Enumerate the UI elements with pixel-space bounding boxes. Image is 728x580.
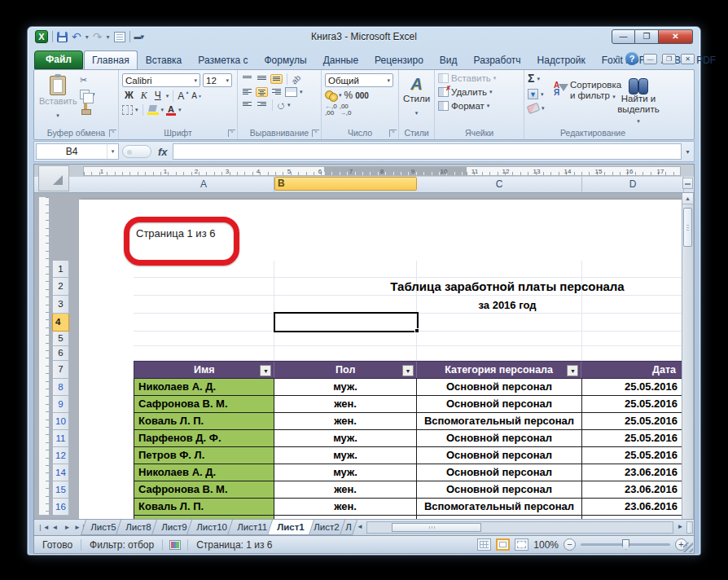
align-center-icon[interactable] xyxy=(256,87,268,97)
minimize-ribbon-icon[interactable]: ⌃ xyxy=(614,55,621,63)
filter-button[interactable]: ▼ xyxy=(402,365,414,376)
insert-cells-button[interactable]: Вставить▾ xyxy=(438,73,520,83)
fill-color-icon[interactable] xyxy=(147,105,159,115)
font-dialog-launcher-icon[interactable] xyxy=(228,130,235,137)
cell-date[interactable]: 25.05.2016 xyxy=(582,396,684,412)
cell-gender[interactable]: жен. xyxy=(274,413,417,429)
underline-button[interactable]: Ч xyxy=(152,90,164,102)
scroll-up-icon[interactable]: ▲ xyxy=(682,193,693,204)
macro-record-icon[interactable] xyxy=(169,540,181,550)
doc-restore-button[interactable]: ❐ xyxy=(662,54,676,64)
cell-gender[interactable]: жен. xyxy=(274,481,417,498)
decrease-indent-icon[interactable] xyxy=(241,100,253,110)
resize-grip[interactable] xyxy=(683,543,693,552)
zoom-slider[interactable] xyxy=(581,543,670,546)
delete-cells-button[interactable]: ✗ Удалить▾ xyxy=(438,87,520,97)
shrink-font-button[interactable]: А xyxy=(191,91,202,100)
vertical-scroll-thumb[interactable] xyxy=(683,208,692,247)
tab-review[interactable]: Рецензиро xyxy=(366,51,432,69)
cell-category[interactable]: Основной персонал xyxy=(417,430,582,446)
cell-category[interactable]: Основной персонал xyxy=(417,379,582,395)
cell[interactable] xyxy=(582,332,684,346)
grow-font-button[interactable]: А xyxy=(178,90,189,102)
tab-formulas[interactable]: Формулы xyxy=(257,51,315,69)
insert-function-icon[interactable]: fx xyxy=(158,146,168,158)
split-handle[interactable] xyxy=(682,178,693,189)
cell-styles-button[interactable]: А Стили ▾ xyxy=(399,75,434,118)
maximize-button[interactable]: ❐ xyxy=(635,29,659,44)
row-header-10[interactable]: 10 xyxy=(52,413,69,430)
cell-name[interactable]: Парфенов Д. Ф. xyxy=(134,430,274,446)
cell-category[interactable]: Основной персонал xyxy=(417,464,582,481)
first-sheet-icon[interactable]: ❘◄ xyxy=(37,524,48,531)
increase-indent-icon[interactable] xyxy=(256,100,268,110)
formula-input[interactable] xyxy=(173,143,682,160)
cell-name[interactable]: Николаев А. Д. xyxy=(134,379,274,395)
merge-center-icon[interactable] xyxy=(285,87,297,97)
select-all-corner[interactable] xyxy=(38,165,69,191)
normal-view-icon[interactable] xyxy=(477,538,491,551)
cell[interactable] xyxy=(417,332,582,346)
row-header-4[interactable]: 4 xyxy=(52,314,69,332)
format-cells-button[interactable]: Формат▾ xyxy=(438,101,520,111)
cell-name[interactable]: Сафронова В. М. xyxy=(134,481,274,498)
align-right-icon[interactable] xyxy=(270,87,283,97)
autosum-button[interactable]: Σ▾ xyxy=(528,73,552,84)
wrap-text-icon[interactable]: ⭯ xyxy=(277,101,285,110)
tab-home[interactable]: Главная xyxy=(84,51,138,69)
doc-close-button[interactable]: ✕ xyxy=(681,54,695,64)
wrap-dropdown-icon[interactable]: ▾ xyxy=(287,102,291,108)
cell[interactable] xyxy=(582,346,684,361)
vertical-scrollbar[interactable]: ▲ xyxy=(682,193,693,519)
cell-date[interactable]: 25.05.2016 xyxy=(582,413,684,429)
fill-color-dropdown-icon[interactable]: ▾ xyxy=(161,107,164,113)
row-header-15[interactable]: 15 xyxy=(52,481,69,499)
borders-dropdown-icon[interactable]: ▾ xyxy=(135,107,138,113)
cell-category[interactable]: Основной персонал xyxy=(417,481,582,498)
cell-date[interactable]: 25.05.2016 xyxy=(582,447,684,464)
underline-dropdown-icon[interactable]: ▾ xyxy=(166,93,169,99)
paste-dropdown-icon[interactable]: ▾ xyxy=(56,112,59,118)
clipboard-dialog-launcher-icon[interactable] xyxy=(109,130,116,137)
column-header-b[interactable]: B xyxy=(274,177,417,191)
row-header-12[interactable]: 12 xyxy=(52,447,69,464)
doc-minimize-button[interactable]: — xyxy=(643,54,657,64)
zoom-slider-thumb[interactable] xyxy=(622,539,629,550)
row-header-16[interactable]: 16 xyxy=(52,499,69,516)
column-header-d[interactable]: D xyxy=(582,177,684,192)
font-color-dropdown-icon[interactable]: ▾ xyxy=(178,107,182,113)
currency-dropdown-icon[interactable]: ▾ xyxy=(339,92,342,99)
cell[interactable] xyxy=(417,261,582,278)
borders-icon[interactable] xyxy=(122,105,133,115)
cell[interactable] xyxy=(134,296,274,314)
cell[interactable] xyxy=(582,314,684,332)
cell-date[interactable]: 25.05.2016 xyxy=(582,379,684,395)
comma-style-button[interactable]: 000 xyxy=(355,91,369,100)
cell[interactable] xyxy=(274,261,417,278)
cell[interactable] xyxy=(134,332,274,346)
selected-cell-b4[interactable] xyxy=(274,312,419,332)
row-header-14[interactable]: 14 xyxy=(52,464,69,481)
find-select-button[interactable]: Найти ивыделить ▾ xyxy=(616,78,661,126)
row-header-2[interactable]: 2 xyxy=(52,278,69,296)
merge-dropdown-icon[interactable]: ▾ xyxy=(300,89,303,95)
bold-button[interactable]: Ж xyxy=(122,90,136,102)
clear-button[interactable]: ▾ xyxy=(528,104,552,112)
row-header-3[interactable]: 3 xyxy=(52,296,69,314)
row-header-8[interactable]: 8 xyxy=(52,379,69,396)
row-header-9[interactable]: 9 xyxy=(52,396,69,413)
font-color-icon[interactable]: А xyxy=(166,105,176,116)
tab-file[interactable]: Файл xyxy=(34,51,83,69)
align-left-icon[interactable] xyxy=(241,87,253,97)
cell-date[interactable]: 23.06.2016 xyxy=(582,481,684,498)
name-box[interactable]: B4 ▾ xyxy=(36,143,119,160)
zoom-level[interactable]: 100% xyxy=(533,539,559,551)
sheet-tab-list1[interactable]: Лист1 xyxy=(267,520,314,535)
cell[interactable] xyxy=(274,332,417,346)
cell-gender[interactable]: муж. xyxy=(274,430,417,446)
cell-category[interactable]: Основной персонал xyxy=(417,447,582,464)
row-header-5[interactable]: 5 xyxy=(52,332,69,346)
minimize-button[interactable]: — xyxy=(612,29,635,44)
cell[interactable] xyxy=(134,346,274,361)
font-family-select[interactable]: Calibri▾ xyxy=(122,73,200,87)
